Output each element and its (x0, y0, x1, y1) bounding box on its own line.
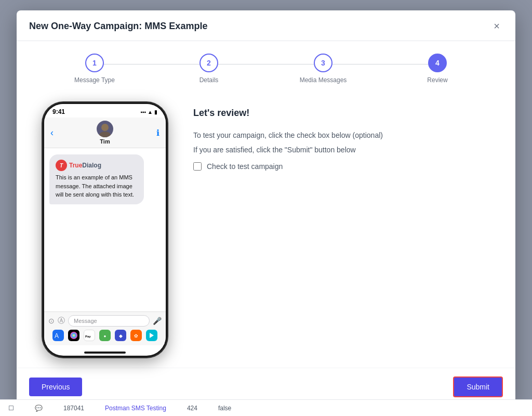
svg-text:◆: ◆ (119, 333, 123, 339)
checkbox-label: Check to test campaign (207, 162, 283, 171)
phone-status-bar: 9:41 ▪▪▪ ▲ ▮ (44, 104, 166, 118)
step-label-2: Details (200, 76, 219, 84)
microphone-icon: 🎤 (153, 317, 162, 325)
bottom-value: 424 (187, 405, 197, 412)
message-input[interactable]: Message (68, 315, 150, 327)
logo-text: TrueDialog (69, 161, 101, 170)
step-4: 4 Review (380, 54, 495, 84)
review-heading: Let's review! (193, 108, 495, 119)
message-logo: T TrueDialog (56, 160, 138, 171)
info-icon: ℹ (156, 128, 159, 138)
step-label-3: Media Messages (300, 76, 347, 84)
avatar (97, 121, 113, 137)
bottom-status: false (218, 405, 231, 412)
signal-icon: ▪▪▪ (140, 109, 146, 115)
phone-mockup: 9:41 ▪▪▪ ▲ ▮ ‹ (43, 102, 167, 357)
close-button[interactable]: × (490, 20, 503, 32)
phone-home-bar (44, 345, 166, 356)
svg-point-1 (99, 132, 111, 137)
back-icon: ‹ (50, 127, 54, 138)
contact-name: Tim (100, 138, 110, 145)
game-icon: ● (99, 330, 111, 341)
modal-title: New One-Way Campaign: MMS Example (29, 21, 207, 32)
step-circle-1: 1 (85, 54, 104, 72)
step-label-1: Message Type (74, 76, 115, 84)
phone-apps-bar: A Pay ● (48, 327, 162, 342)
campaign-modal: New One-Way Campaign: MMS Example × 1 Me… (17, 10, 515, 406)
app-store-small-icon: A (52, 330, 64, 341)
phone-nav-center: Tim (97, 121, 113, 145)
svg-text:A: A (55, 332, 59, 339)
bottom-bar: ☐ 💬 187041 Postman SMS Testing 424 false (0, 399, 532, 416)
logo-circle: T (56, 160, 67, 171)
bottom-name: Postman SMS Testing (105, 405, 166, 412)
status-icons: ▪▪▪ ▲ ▮ (140, 109, 157, 115)
phone-input-row: ⊙ Ⓐ Message 🎤 (48, 315, 162, 327)
svg-point-0 (101, 124, 109, 131)
phone-nav: ‹ Tim ℹ (44, 118, 166, 148)
svg-point-5 (70, 332, 77, 339)
status-time: 9:41 (52, 108, 65, 115)
review-instruction-1: To test your campaign, click the check b… (193, 131, 495, 139)
test-campaign-checkbox[interactable] (193, 162, 202, 171)
phone-messages: T TrueDialog This is an example of an MM… (44, 148, 166, 311)
message-text: This is an example of an MMS message. Th… (56, 173, 138, 199)
svg-text:T: T (60, 163, 63, 168)
phone-input-bar: ⊙ Ⓐ Message 🎤 A (44, 311, 166, 345)
battery-icon: ▮ (154, 109, 157, 115)
dropbox-icon: ◆ (115, 330, 126, 341)
home-indicator (84, 352, 126, 354)
phone-inner: 9:41 ▪▪▪ ▲ ▮ ‹ (44, 104, 166, 356)
bottom-id: 187041 (63, 405, 84, 412)
memoji-icon (68, 330, 79, 341)
logo-dialog: Dialog (82, 162, 101, 169)
camera-icon: ⊙ (48, 317, 55, 325)
app-store-icon: Ⓐ (58, 316, 65, 326)
message-bubble: T TrueDialog This is an example of an MM… (49, 154, 144, 204)
logo-true: True (69, 162, 82, 169)
modal-body: 9:41 ▪▪▪ ▲ ▮ ‹ (17, 92, 515, 368)
stepper: 1 Message Type 2 Details 3 Media Message… (17, 41, 515, 92)
svg-text:✿: ✿ (134, 333, 138, 339)
review-panel: Let's review! To test your campaign, cli… (193, 102, 495, 357)
step-circle-2: 2 (200, 54, 218, 72)
step-1: 1 Message Type (37, 54, 152, 84)
step-circle-4: 4 (428, 54, 447, 72)
submit-button[interactable]: Submit (453, 376, 503, 397)
apple-pay-icon: Pay (84, 330, 95, 341)
wifi-icon: ▲ (148, 109, 153, 115)
svg-marker-13 (150, 333, 154, 338)
bottom-checkbox: ☐ (8, 405, 14, 412)
previous-button[interactable]: Previous (29, 378, 82, 396)
step-circle-3: 3 (314, 54, 332, 72)
svg-text:Pay: Pay (85, 335, 91, 338)
step-label-4: Review (427, 76, 447, 84)
review-instruction-2: If you are satisfied, click the "Submit"… (193, 146, 495, 154)
svg-text:●: ● (104, 334, 107, 339)
modal-header: New One-Way Campaign: MMS Example × (17, 10, 515, 41)
step-3: 3 Media Messages (266, 54, 380, 84)
phone-container: 9:41 ▪▪▪ ▲ ▮ ‹ (37, 102, 172, 357)
forward-icon (146, 330, 157, 341)
test-checkbox-row: Check to test campaign (193, 162, 495, 171)
message-placeholder: Message (74, 318, 97, 324)
bottom-icon: 💬 (35, 405, 43, 412)
step-2: 2 Details (152, 54, 266, 84)
photos-icon: ✿ (130, 330, 142, 341)
